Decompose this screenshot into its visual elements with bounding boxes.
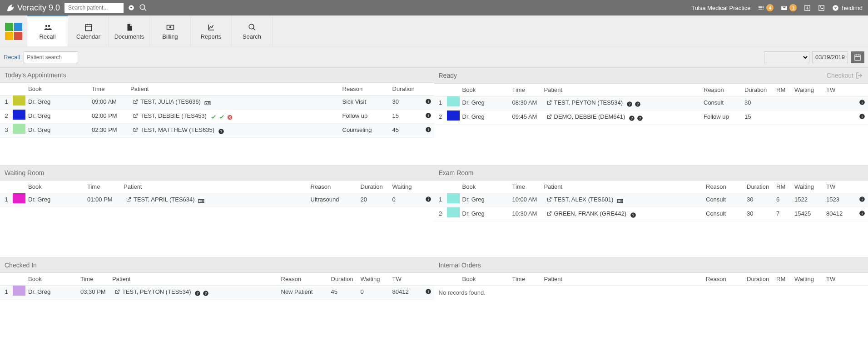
practice-name[interactable]: Tulsa Medical Practice: [691, 5, 750, 11]
svg-rect-53: [428, 290, 428, 291]
tab-calendar[interactable]: Calendar: [68, 16, 109, 47]
patient-search-input[interactable]: [24, 51, 78, 63]
info-button[interactable]: [855, 207, 868, 221]
col-reason[interactable]: Reason: [340, 83, 390, 96]
tab-recall[interactable]: Recall: [27, 15, 68, 46]
col-duration[interactable]: Duration: [328, 273, 358, 286]
col-duration[interactable]: Duration: [742, 84, 774, 96]
col-patient[interactable]: Patient: [128, 83, 340, 96]
col-time[interactable]: Time: [510, 181, 541, 193]
col-book[interactable]: Book: [460, 273, 510, 286]
col-waiting[interactable]: Waiting: [792, 181, 823, 193]
col-time[interactable]: Time: [89, 83, 128, 96]
col-rm[interactable]: RM: [774, 273, 792, 286]
date-picker-button[interactable]: [851, 51, 864, 63]
col-tw[interactable]: TW: [823, 273, 855, 286]
mail-button[interactable]: 1: [781, 4, 797, 11]
patient-link[interactable]: DEMO, DEBBIE (DEM641): [544, 113, 625, 120]
info-button[interactable]: [422, 286, 434, 300]
col-book[interactable]: Book: [25, 181, 84, 193]
tab-reports[interactable]: Reports: [191, 16, 232, 47]
table-row[interactable]: 2Dr. Greg02:00 PMTEST, DEBBIE (TES453) F…: [0, 110, 434, 124]
col-time[interactable]: Time: [510, 273, 541, 286]
table-row[interactable]: 2Dr. Greg10:30 AMGREEN, FRANK (GRE442) ?…: [434, 207, 868, 221]
col-duration[interactable]: Duration: [744, 273, 774, 286]
info-button[interactable]: [422, 96, 434, 110]
info-button[interactable]: [422, 124, 434, 138]
col-rm[interactable]: RM: [774, 181, 792, 193]
patient-link[interactable]: TEST, MATTHEW (TES635): [130, 126, 214, 133]
info-button[interactable]: [855, 96, 868, 111]
patient-link[interactable]: TEST, PEYTON (TES534): [544, 99, 623, 106]
phone-button[interactable]: [818, 5, 825, 11]
col-book[interactable]: Book: [460, 84, 510, 96]
col-waiting[interactable]: Waiting: [358, 273, 390, 286]
col-duration[interactable]: Duration: [358, 181, 390, 193]
cell-patient[interactable]: TEST, DEBBIE (TES453): [128, 110, 340, 124]
cell-patient[interactable]: TEST, APRIL (TES634): [121, 193, 308, 207]
cell-patient[interactable]: GREEN, FRANK (GRE442) ?: [541, 207, 704, 221]
cell-patient[interactable]: TEST, MATTHEW (TES635) ?: [128, 124, 340, 138]
table-row[interactable]: 3Dr. Greg02:30 PMTEST, MATTHEW (TES635) …: [0, 124, 434, 138]
cell-patient[interactable]: TEST, PEYTON (TES534) ??: [541, 96, 701, 111]
filter-select[interactable]: [764, 51, 809, 63]
patient-link[interactable]: TEST, ALEX (TES601): [544, 196, 614, 203]
col-time[interactable]: Time: [510, 84, 541, 96]
col-waiting[interactable]: Waiting: [390, 181, 422, 193]
patient-link[interactable]: GREEN, FRANK (GRE442): [544, 210, 627, 217]
col-rm[interactable]: RM: [774, 84, 792, 96]
col-patient[interactable]: Patient: [541, 273, 704, 286]
col-patient[interactable]: Patient: [541, 181, 704, 193]
tab-billing[interactable]: Billing: [150, 16, 191, 47]
cell-patient[interactable]: TEST, PEYTON (TES534) ??: [109, 286, 278, 300]
col-book[interactable]: Book: [25, 273, 78, 286]
col-patient[interactable]: Patient: [541, 84, 701, 96]
info-button[interactable]: [422, 110, 434, 124]
tab-documents[interactable]: Documents: [109, 16, 150, 47]
col-waiting[interactable]: Waiting: [792, 273, 823, 286]
tab-search[interactable]: Search: [232, 16, 273, 47]
checkout-button[interactable]: Checkout: [827, 71, 863, 80]
table-row[interactable]: 1Dr. Greg01:00 PMTEST, APRIL (TES634) Ul…: [0, 193, 434, 207]
info-button[interactable]: [855, 193, 868, 207]
patient-link[interactable]: TEST, DEBBIE (TES453): [130, 112, 207, 119]
col-reason[interactable]: Reason: [703, 181, 744, 193]
user-menu[interactable]: heidimd: [832, 5, 863, 11]
date-input[interactable]: 03/19/2019: [812, 51, 848, 63]
search-icon[interactable]: [139, 4, 147, 12]
col-duration[interactable]: Duration: [744, 181, 774, 193]
patient-link[interactable]: TEST, APRIL (TES634): [124, 196, 195, 203]
patient-link[interactable]: TEST, JULIA (TES636): [130, 98, 201, 105]
col-patient[interactable]: Patient: [121, 181, 308, 193]
add-button[interactable]: [804, 5, 811, 11]
chevron-down-icon[interactable]: [128, 5, 134, 11]
table-row[interactable]: 1Dr. Greg09:00 AMTEST, JULIA (TES636) Si…: [0, 96, 434, 110]
col-book[interactable]: Book: [460, 181, 510, 193]
col-time[interactable]: Time: [78, 273, 109, 286]
cell-patient[interactable]: DEMO, DEBBIE (DEM641) ??: [541, 111, 701, 125]
col-tw[interactable]: TW: [390, 273, 422, 286]
table-row[interactable]: 2Dr. Greg09:45 AMDEMO, DEBBIE (DEM641) ?…: [434, 111, 868, 125]
col-patient[interactable]: Patient: [109, 273, 278, 286]
col-tw[interactable]: TW: [823, 181, 855, 193]
info-button[interactable]: [422, 193, 434, 207]
info-button[interactable]: [855, 111, 868, 125]
cell-patient[interactable]: TEST, ALEX (TES601): [541, 193, 704, 207]
cell-patient[interactable]: TEST, JULIA (TES636): [128, 96, 340, 110]
table-row[interactable]: 1Dr. Greg08:30 AMTEST, PEYTON (TES534) ?…: [434, 96, 868, 111]
table-row[interactable]: 1Dr. Greg10:00 AMTEST, ALEX (TES601) Con…: [434, 193, 868, 207]
col-book[interactable]: Book: [25, 83, 89, 96]
app-logo[interactable]: [0, 16, 27, 47]
col-duration[interactable]: Duration: [390, 83, 422, 96]
patient-link[interactable]: TEST, PEYTON (TES534): [112, 288, 191, 295]
global-search-input[interactable]: [64, 3, 124, 13]
col-tw[interactable]: TW: [823, 84, 855, 96]
col-waiting[interactable]: Waiting: [792, 84, 823, 96]
table-row[interactable]: 1Dr. Greg03:30 PMTEST, PEYTON (TES534) ?…: [0, 286, 434, 300]
col-reason[interactable]: Reason: [701, 84, 742, 96]
col-reason[interactable]: Reason: [278, 273, 328, 286]
col-reason[interactable]: Reason: [308, 181, 358, 193]
task-list-button[interactable]: 4: [758, 4, 774, 11]
col-time[interactable]: Time: [84, 181, 121, 193]
col-reason[interactable]: Reason: [703, 273, 744, 286]
